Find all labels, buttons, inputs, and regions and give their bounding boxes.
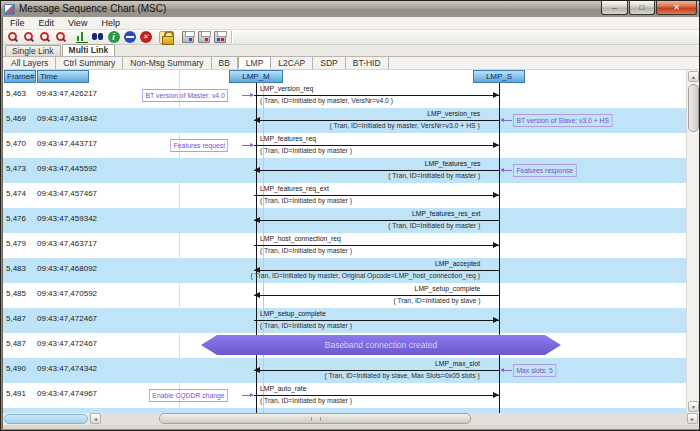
chart-row[interactable]: 5,48309:43:47,468092LMP_accepted( Tran, … [3,258,686,283]
frame-time: 09:43:47,459342 [37,214,97,223]
frame-number: 5,487 [6,339,26,348]
message-name: LMP_host_connection_req [260,234,341,243]
message-name: LMP_auto_rate [260,384,306,393]
message-name: LMP_version_res [427,109,480,118]
annotation-connector [242,95,253,96]
tab-sdp[interactable]: SDP [313,57,345,69]
message-arrow [254,195,499,196]
maximize-button[interactable]: □ [629,1,655,15]
print-preview-icon[interactable] [196,31,211,44]
message-params: ( Tran, ID=Initiated by master, VersNr=v… [330,121,480,130]
tab-ctrl-summary[interactable]: Ctrl Summary [56,57,123,69]
message-name: LMP_version_req [260,84,313,93]
frame-time: 09:43:47,443717 [37,139,97,148]
frame-time: 09:43:47,474342 [37,364,97,373]
frame-number: 5,463 [6,89,26,98]
window-controls: –□✕ [600,1,697,15]
annotation-label: BT version of Slave: v3.0 + HS [513,114,612,127]
find-icon[interactable] [90,31,105,44]
annotation-connector [242,145,253,146]
message-name: LMP_features_req_ext [260,184,329,193]
tab-multi-link[interactable]: Multi Link [62,44,116,56]
layer-tab-strip: All LayersCtrl SummaryNon-Msg SummaryBBL… [3,57,699,70]
message-name: LMP_features_req [260,134,316,143]
chart-row[interactable]: 5,47009:43:47,443717LMP_features_req( Tr… [3,133,686,158]
status-bar [3,425,699,429]
scroll-left-button[interactable]: ◄ [90,413,101,424]
message-arrow [254,320,499,321]
frame-time: 09:43:47,445592 [37,164,97,173]
scroll-right-button[interactable]: ► [687,413,698,424]
frame-time: 09:43:47,457467 [37,189,97,198]
chart-row[interactable]: 5,46909:43:47,431842LMP_version_res( Tra… [3,108,686,133]
lock-icon[interactable] [159,31,174,44]
frame-number: 5,490 [6,364,26,373]
frame-number: 5,479 [6,239,26,248]
chart-row[interactable]: 5,49009:43:47,474342LMP_max_slot( Tran, … [3,358,686,383]
message-arrow [254,95,499,96]
menu-help[interactable]: Help [94,17,127,30]
menu-file[interactable]: File [3,17,32,30]
tab-bt-hid[interactable]: BT-HID [346,57,389,69]
goto-chart-icon[interactable] [74,31,89,44]
frame-number: 5,473 [6,164,26,173]
minimize-button[interactable]: – [601,1,628,15]
baseband-banner: Baseband connection created [201,335,561,355]
hide-message-icon[interactable] [122,31,137,44]
chart-row[interactable]: 5,47609:43:47,459342LMP_features_res_ext… [3,208,686,233]
frame-number: 5,474 [6,189,26,198]
tab-single-link[interactable]: Single Link [5,45,61,56]
message-arrow [254,370,499,371]
toolbar-separator [231,31,232,43]
chart-row[interactable]: 5,47309:43:47,445592LMP_features_res( Tr… [3,158,686,183]
vertical-scroll-thumb[interactable] [688,84,699,132]
annotation-connector [501,170,512,171]
chart-row[interactable]: 5,49109:43:47,474967LMP_auto_rate( Tran,… [3,383,686,408]
message-params: ( Tran, ID=Initiated by master ) [260,146,352,155]
tab-l2cap[interactable]: L2CAP [271,57,313,69]
annotation-label: Enable CQDDR change [149,389,228,402]
scroll-down-button[interactable]: ▼ [688,401,699,412]
titlebar[interactable]: Message Sequence Chart (MSC) –□✕ [1,1,700,17]
chart-scroll-thumb[interactable] [159,413,471,424]
chart-row[interactable]: 5,47909:43:47,463717LMP_host_connection_… [3,233,686,258]
close-button[interactable]: ✕ [656,1,697,15]
frame-time: 09:43:47,470592 [37,289,97,298]
chart-row[interactable]: 5,46309:43:47,426217LMP_version_req( Tra… [3,83,686,108]
tab-lmp[interactable]: LMP [238,56,271,69]
frame-number: 5,476 [6,214,26,223]
zoom-in-icon[interactable] [5,31,20,44]
chart-row[interactable]: 5,48709:43:47,472467LMP_setup_complete( … [3,308,686,333]
annotation-connector [501,120,512,121]
message-arrow [254,245,499,246]
column-header-time[interactable]: Time [37,70,89,83]
page-setup-icon[interactable] [212,31,227,44]
info-icon[interactable] [106,31,121,44]
frame-number: 5,491 [6,389,26,398]
chart-row[interactable]: 5,48709:43:47,472467Baseband connection … [3,333,686,358]
annotation-label: Max slots: 5 [513,364,556,377]
zoom-width-icon[interactable] [37,31,52,44]
tab-bb[interactable]: BB [212,57,238,69]
left-pane-scroll-thumb[interactable] [4,414,88,424]
frame-number: 5,485 [6,289,26,298]
zoom-out-icon[interactable] [21,31,36,44]
tab-non-msg-summary[interactable]: Non-Msg Summary [123,57,211,69]
print-icon[interactable] [180,31,195,44]
message-name: LMP_features_res [424,159,480,168]
message-arrow [254,120,499,121]
zoom-reset-icon[interactable] [53,31,68,44]
chart-row[interactable]: 5,47409:43:47,457467LMP_features_req_ext… [3,183,686,208]
message-params: ( Tran, ID=Initiated by master ) [388,221,480,230]
tab-all-layers[interactable]: All Layers [4,57,56,69]
vertical-scrollbar[interactable]: ▲ ▼ [686,70,699,413]
message-params: ( Tran, ID=Initiated by master ) [388,171,480,180]
message-params: ( Tran, ID=Initiated by master ) [260,246,352,255]
menu-view[interactable]: View [61,17,94,30]
menu-edit[interactable]: Edit [32,17,62,30]
cancel-icon[interactable] [138,31,153,44]
column-header-frame-[interactable]: Frame# [4,70,36,83]
chart-row[interactable]: 5,48509:43:47,470592LMP_setup_complete( … [3,283,686,308]
scroll-up-button[interactable]: ▲ [688,71,699,82]
message-name: LMP_accepted [435,259,480,268]
